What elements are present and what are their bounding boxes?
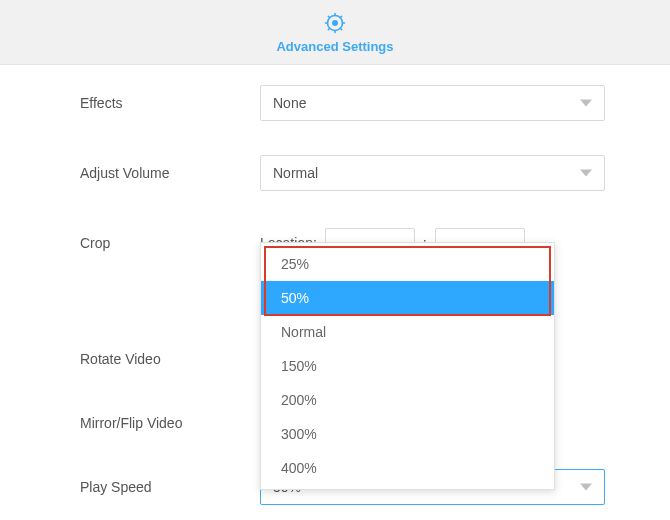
play-speed-option[interactable]: Normal <box>261 315 554 349</box>
adjust-volume-select[interactable]: Normal <box>260 155 605 191</box>
play-speed-dropdown: 25%50%Normal150%200%300%400% <box>260 242 555 490</box>
chevron-down-icon <box>580 484 592 491</box>
adjust-volume-label: Adjust Volume <box>80 165 260 181</box>
effects-select[interactable]: None <box>260 85 605 121</box>
play-speed-option[interactable]: 300% <box>261 417 554 451</box>
effects-label: Effects <box>80 95 260 111</box>
play-speed-label: Play Speed <box>80 479 260 495</box>
adjust-volume-value: Normal <box>273 165 318 181</box>
play-speed-option[interactable]: 400% <box>261 451 554 485</box>
play-speed-option[interactable]: 200% <box>261 383 554 417</box>
effects-value: None <box>273 95 306 111</box>
chevron-down-icon <box>580 100 592 107</box>
play-speed-option[interactable]: 25% <box>261 247 554 281</box>
row-adjust-volume: Adjust Volume Normal <box>80 155 605 191</box>
play-speed-option[interactable]: 50% <box>261 281 554 315</box>
play-speed-option[interactable]: 150% <box>261 349 554 383</box>
header-title: Advanced Settings <box>276 39 393 54</box>
gear-icon <box>323 11 347 35</box>
crop-label: Crop <box>80 235 260 251</box>
chevron-down-icon <box>580 170 592 177</box>
advanced-settings-header: Advanced Settings <box>0 0 670 65</box>
rotate-video-label: Rotate Video <box>80 351 260 367</box>
mirror-flip-label: Mirror/Flip Video <box>80 415 260 431</box>
svg-point-0 <box>332 20 338 26</box>
settings-form: Effects None Adjust Volume Normal Crop L… <box>0 65 670 505</box>
row-effects: Effects None <box>80 85 605 121</box>
